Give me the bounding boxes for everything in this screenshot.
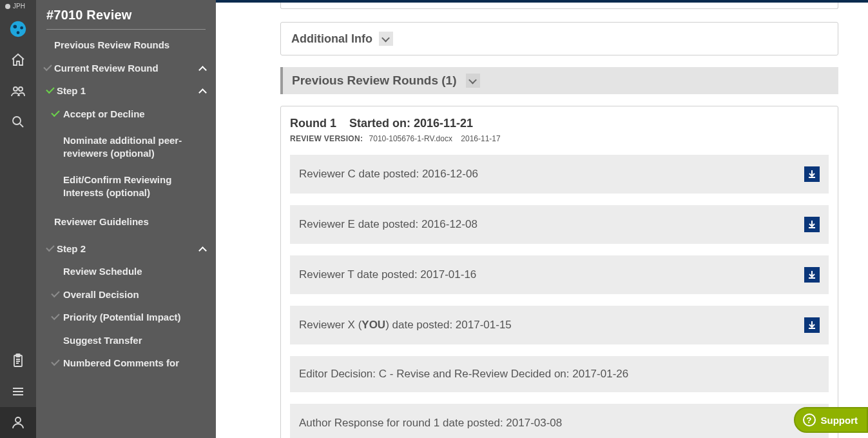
previous-rounds-label: Previous Review Rounds (1): [292, 74, 457, 88]
svg-point-9: [15, 417, 21, 423]
download-icon[interactable]: [804, 166, 820, 182]
additional-info-panel: Additional Info: [280, 22, 838, 55]
svg-point-2: [20, 26, 23, 30]
org-label: JPH: [0, 0, 36, 14]
author-response-row[interactable]: Author Response for round 1 date posted:…: [290, 404, 829, 438]
nav-guidelines[interactable]: Reviewer Guidelines: [36, 204, 216, 234]
nav-sidebar: #7010 Review Previous Review Rounds Curr…: [36, 0, 216, 438]
profile-icon[interactable]: [0, 407, 36, 438]
nav-overall-decision[interactable]: Overall Decision: [36, 283, 216, 306]
reviewer-x-row[interactable]: Reviewer X (YOU) date posted: 2017-01-15: [290, 306, 829, 344]
reviewer-e-row[interactable]: Reviewer E date posted: 2016-12-08: [290, 205, 829, 244]
nav-priority[interactable]: Priority (Potential Impact): [36, 306, 216, 329]
nav-interests[interactable]: Edit/Confirm Reviewing Interests (option…: [36, 164, 216, 204]
svg-point-4: [14, 87, 17, 91]
download-icon[interactable]: [804, 317, 820, 333]
additional-info-label: Additional Info: [291, 32, 372, 46]
clipboard-icon[interactable]: [0, 345, 36, 376]
chevron-down-icon: [466, 74, 480, 88]
page-title: #7010 Review: [36, 0, 216, 29]
chevron-down-icon: [379, 32, 393, 46]
nav-step-2[interactable]: Step 2: [36, 237, 216, 261]
logo-icon[interactable]: [0, 14, 36, 45]
nav-nominate[interactable]: Nominate additional peer-reviewers (opti…: [36, 125, 216, 164]
review-version-file[interactable]: 7010-105676-1-RV.docx: [369, 134, 452, 143]
collapsed-panel-ghost: [280, 3, 838, 9]
row-text: Reviewer X (YOU) date posted: 2017-01-15: [299, 319, 512, 332]
reviewer-t-row[interactable]: Reviewer T date posted: 2017-01-16: [290, 255, 829, 294]
nav-numbered-comments[interactable]: Numbered Comments for: [36, 352, 216, 375]
review-version-line: REVIEW VERSION: 7010-105676-1-RV.docx 20…: [290, 134, 829, 143]
row-text: Author Response for round 1 date posted:…: [299, 417, 562, 430]
review-version-date: 2016-11-17: [461, 134, 500, 143]
svg-point-6: [13, 117, 21, 124]
row-text: Reviewer C date posted: 2016-12-06: [299, 168, 478, 181]
nav-step-1[interactable]: Step 1: [36, 79, 216, 103]
nav-current-round[interactable]: Current Review Round: [36, 57, 216, 80]
icon-rail: JPH: [0, 0, 36, 438]
download-icon[interactable]: [804, 267, 820, 283]
reviewer-c-row[interactable]: Reviewer C date posted: 2016-12-06: [290, 155, 829, 194]
nav-transfer[interactable]: Suggest Transfer: [36, 329, 216, 352]
divider: [46, 29, 206, 30]
svg-point-1: [14, 25, 17, 28]
main-content: Additional Info Previous Review Rounds (…: [216, 0, 868, 438]
svg-point-5: [19, 87, 23, 91]
round-1-panel: Round 1Started on: 2016-11-21 REVIEW VER…: [280, 106, 838, 438]
nav-accept-decline[interactable]: Accept or Decline: [36, 103, 216, 126]
row-text: Reviewer E date posted: 2016-12-08: [299, 218, 477, 231]
home-icon[interactable]: [0, 45, 36, 75]
svg-point-0: [10, 21, 26, 37]
nav-schedule[interactable]: Review Schedule: [36, 260, 216, 283]
help-icon: ?: [803, 413, 816, 426]
row-text: Editor Decision: C - Revise and Re-Revie…: [299, 368, 628, 381]
support-button[interactable]: ? Support: [794, 407, 869, 433]
row-text: Reviewer T date posted: 2017-01-16: [299, 268, 476, 281]
menu-icon[interactable]: [0, 376, 36, 407]
svg-point-3: [17, 31, 20, 34]
nav-previous-rounds[interactable]: Previous Review Rounds: [36, 34, 216, 57]
additional-info-header[interactable]: Additional Info: [281, 23, 838, 55]
editor-decision-row[interactable]: Editor Decision: C - Revise and Re-Revie…: [290, 356, 829, 392]
support-label: Support: [821, 415, 858, 426]
people-icon[interactable]: [0, 75, 36, 106]
previous-rounds-header[interactable]: Previous Review Rounds (1): [280, 67, 838, 94]
download-icon[interactable]: [804, 217, 820, 232]
round-heading: Round 1Started on: 2016-11-21: [290, 117, 829, 130]
search-icon[interactable]: [0, 106, 36, 137]
